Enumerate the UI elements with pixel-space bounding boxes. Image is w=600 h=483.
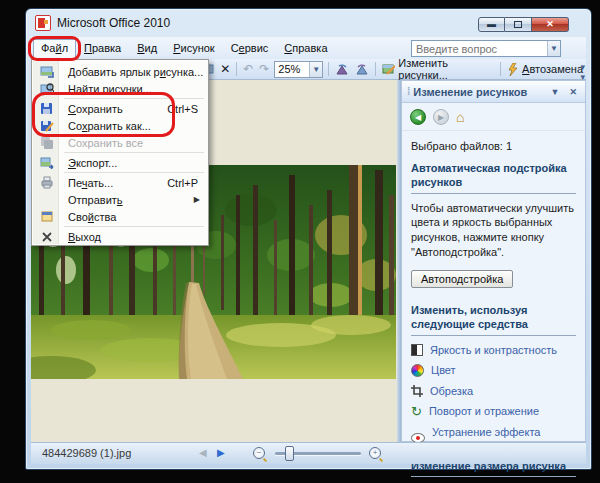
menu-item-print[interactable]: Печать... Ctrl+P <box>33 174 207 191</box>
minimize-button[interactable]: ▬ <box>478 17 505 32</box>
rotate-flip-icon: ↻ <box>411 405 422 418</box>
autocorrect-button[interactable]: Автозамена <box>504 60 586 78</box>
app-icon <box>35 15 51 31</box>
edit-pictures-pane: ⁞ Изменение рисунков ▼ ✕ ◀ ▶ ⌂ Выбрано ф… <box>401 80 586 442</box>
brightness-contrast-icon <box>411 344 423 356</box>
menu-bar: Файл Правка Вид Рисунок Сервис Справка ▼ <box>31 37 586 59</box>
pane-home-button[interactable]: ⌂ <box>456 110 464 124</box>
pane-header[interactable]: ⁞ Изменение рисунков ▼ ✕ <box>402 81 585 103</box>
zoom-dropdown-icon[interactable]: ▼ <box>309 62 322 77</box>
export-icon <box>38 155 55 170</box>
zoom-value: 25% <box>275 62 309 77</box>
edit-pictures-icon <box>382 63 395 76</box>
file-menu-dropdown: Добавить ярлык рисунка... Найти рисунки.… <box>31 59 209 246</box>
pane-close-icon[interactable]: ✕ <box>566 87 580 97</box>
menu-item-find-pictures[interactable]: Найти рисунки... <box>33 80 207 97</box>
zoom-combobox[interactable]: 25% ▼ <box>274 61 323 78</box>
undo-button[interactable]: ↶ <box>240 60 256 78</box>
zoom-slider-thumb[interactable] <box>285 446 294 461</box>
window-title: Microsoft Office 2010 <box>57 16 170 30</box>
exit-icon <box>38 229 55 244</box>
rotate-right-button[interactable] <box>352 60 372 78</box>
redo-button[interactable]: ↷ <box>256 60 272 78</box>
previous-picture-icon[interactable]: ◀ <box>199 447 207 458</box>
pane-nav: ◀ ▶ ⌂ <box>402 103 585 131</box>
zoom-out-icon[interactable]: − <box>253 447 265 459</box>
autocorrect-label: Автозамена <box>522 63 583 75</box>
add-picture-shortcut-icon <box>38 64 55 79</box>
zoom-in-icon[interactable]: + <box>369 447 381 459</box>
menu-help[interactable]: Справка <box>276 39 335 57</box>
menu-tools[interactable]: Сервис <box>223 39 277 57</box>
menu-picture[interactable]: Рисунок <box>165 39 223 57</box>
menu-item-export[interactable]: Экспорт... <box>33 154 207 171</box>
status-bar: 484429689 (1).jpg ◀ ▶ − + <box>31 442 586 464</box>
properties-icon <box>38 209 55 224</box>
rotate-left-button[interactable] <box>332 60 352 78</box>
save-all-icon <box>38 135 55 150</box>
menu-file[interactable]: Файл <box>33 39 76 58</box>
edit-pictures-label: Изменить рисунки... <box>398 57 494 81</box>
pane-back-button[interactable]: ◀ <box>410 109 426 125</box>
autofix-button[interactable]: Автоподстройка <box>411 270 513 288</box>
menu-item-add-picture-shortcut[interactable]: Добавить ярлык рисунка... <box>33 63 207 80</box>
rotate-right-icon <box>355 63 369 76</box>
crop-icon <box>411 385 423 397</box>
redo-icon: ↷ <box>259 63 269 75</box>
menu-item-save-all: Сохранить все <box>33 134 207 151</box>
rotate-flip-link[interactable]: ↻ Поворот и отражение <box>411 405 576 418</box>
files-selected-label: Выбрано файлов: 1 <box>411 140 576 152</box>
autofix-description: Чтобы автоматически улучшить цвета и ярк… <box>411 201 576 260</box>
menu-item-exit[interactable]: Выход <box>33 228 207 245</box>
close-button[interactable]: ✕ <box>532 17 569 32</box>
menu-view[interactable]: Вид <box>129 39 165 57</box>
color-link[interactable]: Цвет <box>411 364 576 377</box>
menu-item-properties[interactable]: Свойства <box>33 208 207 225</box>
submenu-arrow-icon: ▶ <box>194 195 200 204</box>
rotate-left-icon <box>335 63 349 76</box>
find-pictures-icon <box>38 81 55 96</box>
save-icon <box>38 101 55 116</box>
menu-item-send[interactable]: Отправить ▶ <box>33 191 207 208</box>
app-window: Microsoft Office 2010 ▬ ✕ Файл Правка Ви… <box>25 8 592 470</box>
zoom-slider[interactable] <box>275 452 361 455</box>
ask-question-box[interactable]: ▼ <box>411 40 561 57</box>
question-dropdown-icon[interactable]: ▼ <box>547 41 560 56</box>
crop-link[interactable]: Обрезка <box>411 385 576 397</box>
pane-forward-button[interactable]: ▶ <box>433 109 449 125</box>
pane-title: Изменение рисунков <box>413 86 543 98</box>
title-bar[interactable]: Microsoft Office 2010 ▬ ✕ <box>26 9 591 37</box>
autofix-section-title: Автоматическая подстройка рисунков <box>411 161 576 194</box>
pane-grip-icon: ⁞ <box>407 86 409 97</box>
toolbar-options-icon[interactable]: ▾▾ <box>580 62 585 82</box>
color-icon <box>411 364 424 377</box>
tools-section-title: Изменить, используя следующие средства <box>411 303 576 336</box>
menu-item-save[interactable]: Сохранить Ctrl+S <box>33 100 207 117</box>
delete-icon: ✕ <box>220 63 230 75</box>
ask-question-input[interactable] <box>412 43 547 55</box>
delete-button[interactable]: ✕ <box>217 60 233 78</box>
pane-dropdown-icon[interactable]: ▼ <box>548 87 563 97</box>
next-picture-icon[interactable]: ▶ <box>217 447 225 458</box>
maximize-button[interactable] <box>505 17 532 32</box>
undo-icon: ↶ <box>243 63 253 75</box>
save-as-icon <box>38 118 55 133</box>
filename-label: 484429689 (1).jpg <box>42 447 131 459</box>
menu-item-save-as[interactable]: Сохранить как... <box>33 117 207 134</box>
edit-pictures-button[interactable]: Изменить рисунки... <box>379 60 497 78</box>
print-icon <box>38 175 55 190</box>
brightness-contrast-link[interactable]: Яркость и контрастность <box>411 344 576 356</box>
menu-edit[interactable]: Правка <box>76 39 129 57</box>
autocorrect-icon <box>507 63 519 76</box>
